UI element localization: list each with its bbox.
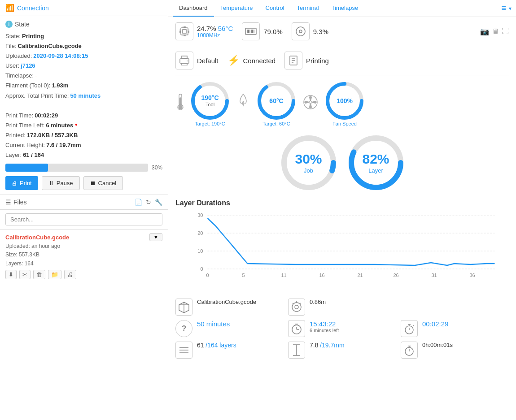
menu-icon: ≡ (501, 4, 506, 13)
bed-temp: 60°C (269, 97, 283, 105)
svg-text:21: 21 (357, 273, 363, 278)
disk-text: 9.3% (313, 28, 328, 35)
layers-text: 61 /164 layers (197, 342, 236, 349)
job-inner: 30% Job (295, 151, 322, 174)
job-pct: 30% (295, 151, 322, 167)
search-input[interactable] (5, 213, 162, 225)
bottom-info: CalibrationCube.gcode 0.86m ? 50 minutes (175, 299, 509, 359)
height-icon (288, 342, 305, 359)
filament-icon (288, 299, 305, 316)
fan-gauge-wrap: 100% (324, 81, 365, 121)
layer-gauge-wrap: 82% Layer (347, 134, 405, 192)
cpu-pct: 24.7% (197, 25, 216, 32)
filament-info-text: 0.86m (310, 299, 326, 305)
svg-rect-16 (248, 30, 249, 33)
file-row: File: CalibrationCube.gcode (5, 41, 162, 51)
file-label: File: (5, 41, 17, 51)
svg-text:11: 11 (281, 273, 286, 278)
bed-gauge-wrap: 60°C (256, 81, 297, 121)
connection-status: ⚡ Connected (227, 55, 276, 66)
signal-icon: 📶 (5, 4, 14, 12)
filament-value: 1.93m (52, 81, 68, 91)
state-info: State: Printing File: CalibrationCube.gc… (5, 31, 162, 160)
folder-icon[interactable]: 📁 (48, 270, 61, 279)
new-file-icon[interactable]: 📄 (135, 199, 142, 206)
file-list-wrapper: CalibrationCube.gcode ▼ Uploaded: an hou… (0, 229, 168, 420)
svg-point-34 (179, 105, 182, 109)
layer-time-icon (401, 342, 418, 359)
tabs-menu[interactable]: ≡ ▾ (501, 4, 512, 13)
memory-icon (242, 22, 260, 40)
fan-icon (303, 95, 318, 113)
info-icon: i (5, 21, 13, 28)
svg-rect-18 (251, 30, 252, 33)
svg-text:26: 26 (393, 273, 398, 278)
refresh-icon[interactable]: ↻ (146, 199, 151, 206)
cancel-button[interactable]: ⏹ Cancel (83, 176, 123, 190)
layers-icon (175, 342, 192, 359)
layer-value: 61 / 164 (23, 150, 44, 160)
mem-status: 79.0% (242, 22, 283, 40)
screen-icons: 📷 🖥 ⛶ (337, 27, 509, 36)
svg-text:16: 16 (319, 273, 324, 278)
printer-state-row: Default ⚡ Connected Printing (175, 52, 509, 75)
fullscreen-icon: ⛶ (502, 27, 509, 35)
time-elapsed-val: 15:43:22 (310, 320, 336, 328)
connection-link[interactable]: Connection (17, 4, 49, 12)
tab-terminal[interactable]: Terminal (291, 0, 325, 17)
job-label: Job (295, 167, 322, 174)
bed-target: Target: 60°C (262, 121, 290, 126)
print-state-icon (284, 52, 302, 69)
print-button[interactable]: 🖨 Print (5, 176, 38, 190)
printed-label: Printed: (5, 130, 26, 140)
question-icon: ? (175, 320, 192, 337)
print-time-value: 00:02:29 (35, 111, 58, 121)
svg-rect-15 (247, 30, 248, 33)
bed-gauge: 60°C Target: 60°C (256, 81, 297, 126)
layer-gauge: 82% Layer (347, 134, 405, 192)
settings-icon[interactable]: 🔧 (155, 199, 162, 206)
tab-control[interactable]: Control (259, 0, 291, 17)
layer-time-text: 0h:00m:01s (422, 342, 453, 348)
est-time-card: ? 50 minutes (175, 320, 284, 337)
right-panel: Dashboard Temperature Control Terminal T… (168, 0, 516, 420)
filament-info-card: 0.86m (288, 299, 396, 316)
pause-button[interactable]: ⏸ Pause (42, 176, 80, 190)
tabs-bar: Dashboard Temperature Control Terminal T… (168, 0, 516, 17)
state-header: i State (5, 21, 162, 28)
print-icon: 🖨 (12, 180, 17, 186)
state-label: State: (5, 31, 21, 41)
slice-icon[interactable]: ✂ (19, 270, 31, 279)
dashboard-content: 24.7% 56°C 1000MHz 79.0% 9.3% (168, 17, 516, 420)
disk-status: 9.3% (292, 22, 328, 40)
delete-icon[interactable]: 🗑 (33, 270, 45, 279)
search-box (0, 210, 168, 229)
stop-icon: ⏹ (90, 180, 96, 186)
download-icon[interactable]: ⬇ (5, 270, 17, 279)
print-file-icon[interactable]: 🖨 (64, 270, 76, 279)
tab-timelapse[interactable]: Timelapse (325, 0, 364, 17)
tab-temperature[interactable]: Temperature (214, 0, 259, 17)
tool-label: Tool (201, 102, 219, 108)
connection-state-value: Connected (243, 57, 276, 65)
height-row: Current Height: 7.6 / 19.7mm (5, 140, 162, 150)
progress-label: 30% (152, 165, 162, 171)
file-meta: Uploaded: an hour ago Size: 557.3KB Laye… (5, 242, 162, 268)
height-label: Current Height: (5, 140, 45, 150)
file-expand-button[interactable]: ▼ (149, 233, 162, 241)
size-meta: Size: 557.3KB (5, 251, 162, 259)
layer-time-val: 0h:00m:01s (422, 342, 453, 348)
list-icon: ☰ (5, 199, 11, 206)
print-time-info-val: 00:02:29 (422, 320, 448, 328)
gauges-row: 190°C Tool Target: 190°C 60°C (175, 81, 509, 126)
file-name[interactable]: CalibrationCube.gcode (5, 234, 149, 241)
connection-text: Connected (243, 57, 276, 65)
approx-row: Approx. Total Print Time: 50 minutes (5, 91, 162, 101)
camera-icon: 📷 (480, 27, 489, 36)
user-value: j7126 (21, 61, 35, 71)
action-buttons: 🖨 Print ⏸ Pause ⏹ Cancel (5, 176, 162, 190)
cpu-mhz: 1000MHz (197, 32, 233, 39)
tab-dashboard[interactable]: Dashboard (173, 0, 214, 17)
height-total: /19.7mm (320, 342, 344, 349)
thermometer-icon (175, 93, 185, 114)
